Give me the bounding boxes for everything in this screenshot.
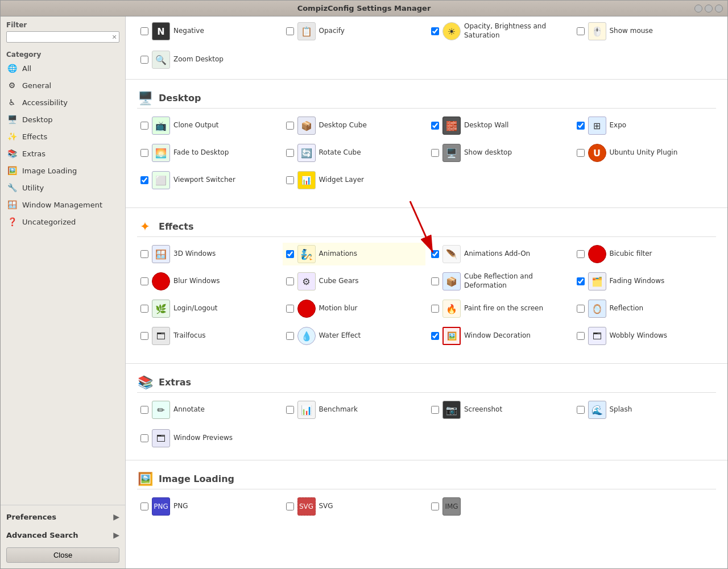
plugin-viewport-switcher: ⬜ Viewport Switcher [137,169,280,192]
image-loading-plugin-grid: PNG PNG SVG SVG [137,495,716,518]
wobbly-windows-checkbox[interactable] [577,332,585,340]
show-desktop-checkbox[interactable] [431,149,439,157]
preferences-arrow: ▶ [113,512,119,521]
negative-checkbox[interactable] [140,27,148,35]
rotate-cube-checkbox[interactable] [286,149,294,157]
expo-label: Expo [610,121,627,130]
sidebar-item-general[interactable]: ⚙️ General [1,77,125,94]
window-decoration-checkbox[interactable] [431,332,439,340]
ubuntu-unity-icon: U [588,144,606,162]
ubuntu-unity-label: Ubuntu Unity Plugin [610,148,678,157]
plugin-wobbly-windows: 🗔 Wobbly Windows [573,325,717,347]
preferences-label: Preferences [6,513,56,521]
sidebar-item-image-loading[interactable]: 🖼️ Image Loading [1,162,125,179]
sidebar-item-window-management[interactable]: 🪟 Window Management [1,196,125,213]
widget-layer-icon: 📊 [297,171,316,189]
desktop-wall-checkbox[interactable] [431,122,439,130]
sidebar-item-extras[interactable]: 📚 Extras [1,145,125,162]
image-loading-section: 🖼️ Image Loading PNG PNG [126,465,727,535]
reflection-checkbox[interactable] [577,305,585,313]
sidebar-item-utility[interactable]: 🔧 Utility [1,179,125,196]
benchmark-checkbox[interactable] [286,406,294,414]
animations-checkbox[interactable] [286,250,294,258]
maximize-button[interactable] [705,5,713,13]
window-management-icon: 🪟 [6,199,18,210]
zoom-desktop-checkbox[interactable] [140,56,148,64]
blur-windows-checkbox[interactable] [140,277,148,285]
effects-section: ✦ Effects 🪟 3D Windows [126,213,727,359]
splash-checkbox[interactable] [577,406,585,414]
sidebar-item-effects[interactable]: ✨ Effects [1,128,125,145]
fading-windows-checkbox[interactable] [577,277,585,285]
window-previews-checkbox[interactable] [140,434,148,442]
sidebar-item-desktop[interactable]: 🖥️ Desktop [1,111,125,128]
3d-windows-label: 3D Windows [173,250,216,259]
trailfocus-checkbox[interactable] [140,332,148,340]
plugin-annotate: ✏️ Annotate [137,398,280,421]
animations-addon-checkbox[interactable] [431,250,439,258]
sidebar-item-uncategorized[interactable]: ❓ Uncategorized [1,213,125,230]
img2-checkbox[interactable] [286,502,294,510]
img1-label: PNG [173,502,188,511]
motion-blur-checkbox[interactable] [286,305,294,313]
divider-effects-extras [126,363,727,364]
bicubic-filter-checkbox[interactable] [577,250,585,258]
image-loading-section-title: Image Loading [159,474,234,484]
plugin-login-logout: 🌿 Login/Logout [137,297,280,320]
cube-gears-checkbox[interactable] [286,277,294,285]
plugin-widget-layer: 📊 Widget Layer [283,169,426,192]
sidebar-item-all[interactable]: 🌐 All [1,60,125,77]
annotate-checkbox[interactable] [140,406,148,414]
desktop-section-title: Desktop [159,93,201,103]
advanced-search-item[interactable]: Advanced Search ▶ [1,526,125,544]
close-button-sidebar[interactable]: Close [6,547,119,563]
content-area[interactable]: N Negative 📋 Opacify [126,16,727,568]
screenshot-checkbox[interactable] [431,406,439,414]
cube-reflection-checkbox[interactable] [431,277,439,285]
sidebar-item-effects-label: Effects [22,132,47,141]
extras-section-title: Extras [159,377,191,388]
plugin-img3: IMG [428,495,571,518]
show-mouse-checkbox[interactable] [577,27,585,35]
water-effect-checkbox[interactable] [286,332,294,340]
paint-fire-checkbox[interactable] [431,305,439,313]
img1-checkbox[interactable] [140,502,148,510]
ubuntu-unity-checkbox[interactable] [577,149,585,157]
filter-clear-button[interactable]: ✕ [110,32,119,41]
window-decoration-label: Window Decoration [464,331,531,340]
sidebar-item-accessibility[interactable]: ♿ Accessibility [1,94,125,111]
opacify-checkbox[interactable] [286,27,294,35]
expo-checkbox[interactable] [577,122,585,130]
desktop-section-header: 🖥️ Desktop [137,90,716,109]
window-previews-icon: 🗔 [152,429,170,447]
content-wrapper: N Negative 📋 Opacify [126,16,727,535]
rotate-cube-icon: 🔄 [297,144,316,162]
preferences-item[interactable]: Preferences ▶ [1,508,125,526]
splash-icon: 🌊 [588,401,606,419]
extras-icon: 📚 [6,148,18,159]
close-button[interactable] [715,5,723,13]
divider-desktop-effects [126,207,727,208]
top-partial-section: N Negative 📋 Opacify [126,16,727,74]
effects-section-title: Effects [159,221,193,232]
zoom-desktop-icon: 🔍 [152,51,170,69]
viewport-switcher-icon: ⬜ [152,171,170,189]
widget-layer-checkbox[interactable] [286,176,294,184]
img2-label: SVG [319,502,333,511]
3d-windows-checkbox[interactable] [140,250,148,258]
bicubic-filter-label: Bicubic filter [610,250,652,259]
opacity-brightness-checkbox[interactable] [431,27,439,35]
login-logout-checkbox[interactable] [140,305,148,313]
img3-checkbox[interactable] [431,502,439,510]
motion-blur-label: Motion blur [319,304,358,313]
accessibility-icon: ♿ [6,97,18,108]
desktop-cube-checkbox[interactable] [286,122,294,130]
viewport-switcher-checkbox[interactable] [140,176,148,184]
fade-to-desktop-checkbox[interactable] [140,149,148,157]
animations-icon: 🧞 [297,245,316,263]
clone-output-checkbox[interactable] [140,122,148,130]
filter-input[interactable] [7,32,110,42]
advanced-search-arrow: ▶ [113,530,119,539]
minimize-button[interactable] [694,5,702,13]
show-mouse-icon: 🖱️ [588,22,606,40]
